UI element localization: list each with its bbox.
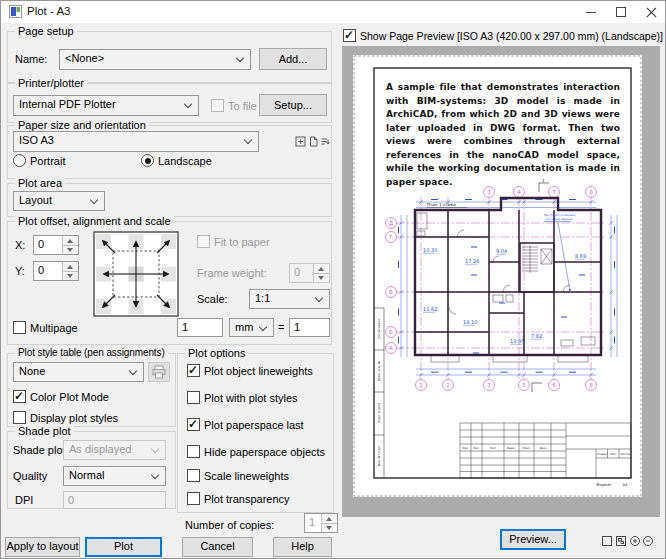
portrait-label: Portrait: [30, 155, 65, 168]
help-button[interactable]: Help: [273, 537, 332, 557]
svg-text:7.82: 7.82: [531, 333, 542, 339]
add-format-icon[interactable]: [295, 136, 306, 147]
offset-y-spinner[interactable]: 0: [33, 261, 79, 281]
plot-area-combo[interactable]: Layout: [13, 191, 105, 211]
zoom-in-icon[interactable]: [629, 535, 641, 547]
plot-style-combo[interactable]: None: [13, 362, 144, 382]
multipage-checkbox[interactable]: [13, 321, 26, 334]
preview-button[interactable]: Preview...: [500, 529, 566, 550]
quality-combo[interactable]: Normal: [63, 466, 166, 486]
printer-combo[interactable]: Internal PDF Plotter: [13, 95, 199, 116]
stairs-and-fixtures: [417, 213, 595, 362]
frame-weight-label: Frame weight:: [197, 267, 267, 280]
shade-plot-combo: As displayed: [63, 440, 166, 460]
spin-down-icon: [322, 523, 337, 532]
zoom-extents-icon[interactable]: [601, 535, 613, 547]
svg-text:Дата: Дата: [540, 447, 547, 450]
offset-y-label: Y:: [15, 265, 25, 278]
alignment-widget[interactable]: [93, 231, 179, 317]
format-list-icon[interactable]: [320, 136, 331, 147]
page-preview-canvas[interactable]: Согласовано Взам. инв. № Подп. и дата Ин…: [342, 46, 660, 517]
svg-text:Листов: Листов: [620, 453, 630, 456]
dpi-label: DPI: [15, 494, 33, 507]
cancel-button[interactable]: Cancel: [182, 537, 253, 557]
plot-object-lineweights-checkbox[interactable]: [187, 364, 200, 377]
name-label: Name:: [15, 53, 47, 66]
display-plot-styles-checkbox[interactable]: [13, 411, 26, 424]
apply-to-layout-button[interactable]: Apply to layout: [5, 537, 80, 557]
plot-object-lineweights-label: Plot object lineweights: [204, 365, 313, 378]
multipage-label: Multipage: [30, 322, 78, 335]
walls: [415, 198, 601, 355]
unit-from-input[interactable]: 1: [177, 318, 223, 337]
page-setup-name-combo[interactable]: <None>: [59, 49, 251, 70]
color-plot-mode-checkbox[interactable]: [13, 390, 26, 403]
plot-with-plot-styles-checkbox[interactable]: [187, 391, 200, 404]
zoom-out-icon[interactable]: [642, 535, 654, 547]
svg-text:Стадия: Стадия: [597, 453, 607, 456]
alignment-arrows: [103, 241, 169, 307]
scale-lineweights-checkbox[interactable]: [187, 469, 200, 482]
svg-text:Согласовано: Согласовано: [377, 319, 381, 339]
scale-label: Scale:: [197, 293, 228, 306]
frame-weight-spinner: 0: [289, 263, 330, 283]
scale-combo[interactable]: 1:1: [249, 289, 330, 309]
hide-paperspace-objects-checkbox[interactable]: [187, 445, 200, 458]
to-file-label: To file: [228, 100, 257, 113]
svg-text:11.62: 11.62: [423, 306, 437, 312]
svg-text:19.10: 19.10: [463, 319, 477, 325]
window-titlebar[interactable]: Plot - A3: [1, 1, 665, 23]
plot-transparency-label: Plot transparency: [204, 493, 290, 506]
show-page-preview-checkbox[interactable]: [343, 29, 356, 42]
color-plot-mode-label: Color Plot Mode: [30, 391, 109, 404]
group-shade-plot-label: Shade plot: [15, 424, 74, 438]
copies-spinner[interactable]: 1: [304, 513, 338, 533]
svg-text:Б: Б: [389, 329, 393, 335]
new-page-icon[interactable]: [308, 136, 319, 147]
offset-x-spinner[interactable]: 0: [33, 235, 79, 255]
svg-text:Изм.: Изм.: [462, 447, 468, 450]
minimize-button[interactable]: [576, 1, 606, 23]
close-button[interactable]: [636, 1, 666, 23]
shade-plot-label: Shade plot: [13, 444, 66, 457]
dimension-ticks: [399, 200, 612, 376]
landscape-radio[interactable]: [141, 154, 154, 167]
show-page-preview-label: Show Page Preview [ISO A3 (420.00 x 297.…: [360, 30, 663, 43]
svg-text:Формат: Формат: [596, 482, 612, 487]
svg-text:Подп.: Подп.: [523, 447, 531, 450]
unit-to-input[interactable]: 1: [289, 318, 330, 337]
setup-button[interactable]: Setup...: [259, 94, 327, 116]
printer-icon: [151, 365, 167, 379]
group-printer-label: Printer/plotter: [15, 76, 87, 90]
svg-text:17.26: 17.26: [465, 258, 479, 264]
unit-combo[interactable]: mm: [229, 318, 274, 337]
maximize-button[interactable]: [606, 1, 636, 23]
zoom-window-icon[interactable]: [615, 535, 627, 547]
fit-to-paper-checkbox: [197, 235, 210, 248]
svg-text:Лист: Лист: [490, 447, 497, 450]
svg-text:10.30: 10.30: [423, 247, 437, 253]
portrait-radio[interactable]: [13, 154, 26, 167]
svg-text:Лист: Лист: [610, 453, 617, 456]
plan-title: План 1 этажа: [427, 202, 467, 208]
svg-text:Кол.: Кол.: [474, 447, 480, 450]
svg-text:Взам. инв. №: Взам. инв. №: [377, 361, 381, 381]
plot-button[interactable]: Plot: [85, 537, 162, 557]
add-button[interactable]: Add...: [259, 48, 327, 70]
plot-paperspace-last-checkbox[interactable]: [187, 418, 200, 431]
paper-size-combo[interactable]: ISO A3: [13, 131, 259, 152]
svg-text:№док.: №док.: [507, 447, 516, 450]
equals-sign: =: [278, 321, 284, 334]
group-plot-offset-label: Plot offset, alignment and scale: [15, 214, 174, 228]
app-icon: [9, 5, 22, 18]
edit-plot-style-button: [148, 362, 170, 382]
plot-transparency-checkbox[interactable]: [187, 492, 200, 505]
number-of-copies-label: Number of copies:: [185, 519, 274, 532]
quality-label: Quality: [13, 470, 47, 483]
fit-to-paper-label: Fit to paper: [214, 236, 270, 249]
plot-paperspace-last-label: Plot paperspace last: [204, 419, 304, 432]
title-block-grid: [460, 423, 631, 478]
dpi-input: 0: [63, 491, 166, 509]
svg-text:А3: А3: [622, 482, 628, 487]
svg-text:Д: Д: [389, 220, 394, 226]
